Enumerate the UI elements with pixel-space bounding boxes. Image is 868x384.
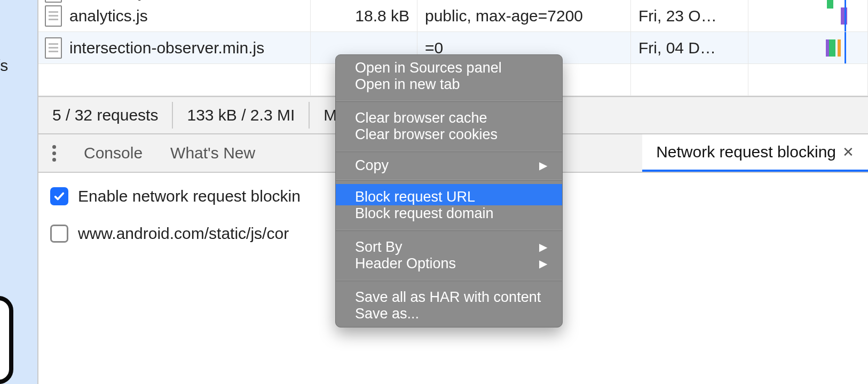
- ctx-block-request-url[interactable]: Block request URL: [336, 184, 562, 205]
- waterfall-bar: [829, 39, 835, 57]
- ctx-clear-cache[interactable]: Clear browser cache: [336, 105, 562, 126]
- status-transferred: 133 kB / 2.3 MI: [173, 102, 310, 129]
- cell-date: Fri, 04 D…: [631, 32, 748, 63]
- ctx-separator: [336, 101, 562, 102]
- partial-text: /s: [0, 57, 8, 75]
- file-icon: [45, 37, 62, 59]
- tab-console[interactable]: Console: [70, 134, 156, 172]
- cell-size: 18.8 kB: [311, 0, 417, 31]
- ctx-open-sources[interactable]: Open in Sources panel: [336, 55, 562, 76]
- context-menu: Open in Sources panel Open in new tab Cl…: [335, 54, 563, 327]
- waterfall-bar: [826, 39, 829, 57]
- ctx-clear-cookies[interactable]: Clear browser cookies: [336, 126, 562, 148]
- cell-cache: public, max-age=7200: [417, 0, 631, 31]
- waterfall-bar: [841, 7, 847, 25]
- ctx-header-options[interactable]: Header Options▶: [336, 255, 562, 277]
- waterfall-marker: [845, 32, 846, 63]
- table-row[interactable]: analytics.js 18.8 kB public, max-age=720…: [38, 0, 868, 32]
- enable-blocking-label: Enable network request blockin: [78, 187, 301, 205]
- submenu-arrow-icon: ▶: [539, 241, 547, 253]
- cell-waterfall: [748, 32, 868, 63]
- ctx-separator: [336, 151, 562, 152]
- tab-whats-new[interactable]: What's New: [156, 134, 269, 172]
- submenu-arrow-icon: ▶: [539, 257, 547, 270]
- ctx-separator: [336, 180, 562, 181]
- ctx-sort-by[interactable]: Sort By▶: [336, 234, 562, 255]
- ctx-block-request-domain[interactable]: Block request domain: [336, 205, 562, 227]
- ctx-save-har[interactable]: Save all as HAR with content: [336, 284, 562, 306]
- ctx-save-as[interactable]: Save as...: [336, 306, 562, 327]
- submenu-arrow-icon: ▶: [539, 159, 547, 172]
- ctx-copy[interactable]: Copy▶: [336, 155, 562, 177]
- phone-frame-fragment: [0, 296, 13, 384]
- file-icon: [45, 5, 62, 27]
- file-name: analytics.js: [69, 7, 148, 25]
- ctx-open-new-tab[interactable]: Open in new tab: [336, 76, 562, 98]
- blocking-pattern-text: www.android.com/static/js/cor: [78, 225, 289, 243]
- tab-label: Network request blocking: [656, 143, 836, 161]
- ctx-separator: [336, 280, 562, 281]
- file-icon: [45, 0, 62, 3]
- status-requests: 5 / 32 requests: [38, 102, 173, 129]
- cell-date: Fri, 23 O…: [631, 0, 748, 31]
- waterfall-marker: [845, 0, 846, 31]
- left-background-strip: /s: [0, 0, 37, 384]
- checkbox-checked-icon[interactable]: [50, 187, 68, 205]
- more-icon[interactable]: [38, 145, 70, 162]
- file-name: intersection-observer.min.js: [69, 39, 264, 57]
- cell-waterfall: [748, 0, 868, 31]
- waterfall-bar: [838, 39, 841, 57]
- tab-network-request-blocking[interactable]: Network request blocking ✕: [642, 134, 868, 172]
- close-icon[interactable]: ✕: [842, 144, 854, 161]
- checkbox-unchecked-icon[interactable]: [50, 225, 68, 243]
- ctx-separator: [336, 230, 562, 231]
